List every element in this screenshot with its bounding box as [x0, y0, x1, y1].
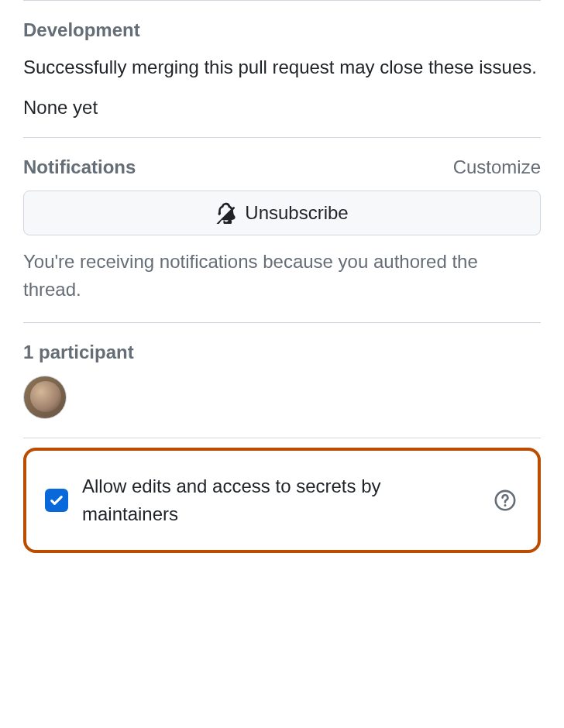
checkmark-icon: [49, 493, 64, 508]
development-none-yet: None yet: [23, 97, 541, 118]
allow-edits-section: Allow edits and access to secrets by mai…: [23, 448, 541, 553]
notifications-header: Notifications Customize: [23, 156, 541, 178]
participants-section: 1 participant Allow edits and access to …: [23, 322, 541, 572]
customize-link[interactable]: Customize: [453, 156, 541, 178]
participants-count: 1 participant: [23, 342, 541, 363]
notifications-title: Notifications: [23, 156, 136, 178]
allow-edits-checkbox[interactable]: [45, 489, 68, 512]
bell-mute-icon: [215, 202, 237, 224]
notifications-reason: You're receiving notifications because y…: [23, 248, 541, 304]
svg-point-1: [504, 504, 507, 507]
help-icon[interactable]: [491, 486, 519, 514]
notifications-section: Notifications Customize Unsubscribe You'…: [23, 137, 541, 322]
allow-edits-label: Allow edits and access to secrets by mai…: [82, 472, 477, 528]
divider: [23, 438, 541, 438]
development-description: Successfully merging this pull request m…: [23, 53, 541, 81]
development-header: Development: [23, 19, 541, 41]
unsubscribe-label: Unsubscribe: [245, 202, 348, 224]
avatar-image: [30, 381, 61, 412]
participant-avatar[interactable]: [23, 376, 67, 419]
unsubscribe-button[interactable]: Unsubscribe: [23, 191, 541, 235]
development-title: Development: [23, 19, 140, 41]
development-section: Development Successfully merging this pu…: [23, 0, 541, 137]
